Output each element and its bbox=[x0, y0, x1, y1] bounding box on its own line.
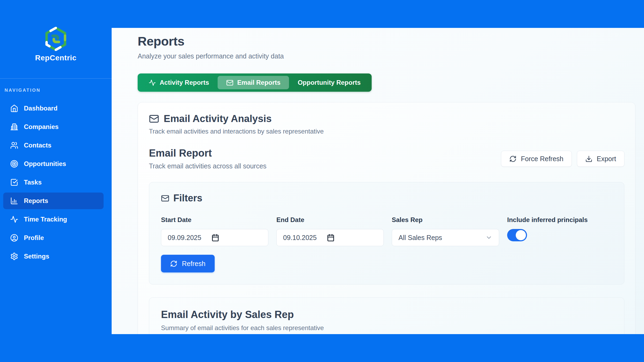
tab-label: Opportunity Reports bbox=[298, 79, 361, 86]
report-actions: Force Refresh Export bbox=[501, 151, 624, 167]
download-icon bbox=[585, 155, 592, 162]
sidebar-item-label: Contacts bbox=[24, 142, 52, 149]
check-square-icon bbox=[10, 178, 18, 186]
filters-title: Filters bbox=[173, 193, 202, 204]
sidebar-item-label: Companies bbox=[24, 123, 58, 131]
sidebar-item-companies[interactable]: Companies bbox=[3, 119, 104, 135]
card-title-row: Email Activity Analysis bbox=[149, 113, 624, 124]
logo-block: RepCentric bbox=[0, 0, 112, 79]
sidebar-item-opportunities[interactable]: Opportunities bbox=[3, 156, 104, 172]
filters-title-row: Filters bbox=[161, 193, 612, 204]
section-subtitle: Summary of email activities for each sal… bbox=[161, 324, 612, 332]
mail-icon bbox=[149, 114, 159, 124]
sidebar-item-label: Profile bbox=[24, 234, 44, 242]
bar-chart-icon bbox=[10, 197, 18, 205]
refresh-label: Refresh bbox=[182, 260, 206, 268]
sidebar-item-label: Time Tracking bbox=[24, 216, 67, 223]
report-heading-block: Email Report Track email activities acro… bbox=[149, 147, 266, 170]
tab-activity-reports[interactable]: Activity Reports bbox=[140, 76, 218, 89]
page-subtitle: Analyze your sales performance and activ… bbox=[138, 52, 635, 60]
end-date-field: End Date 09.10.2025 bbox=[276, 216, 384, 246]
users-icon bbox=[10, 141, 18, 149]
tab-opportunity-reports[interactable]: Opportunity Reports bbox=[289, 76, 369, 89]
sidebar: RepCentric NAVIGATION Dashboard Companie… bbox=[0, 0, 112, 362]
calendar-icon bbox=[211, 234, 219, 242]
main-panel: Reports Analyze your sales performance a… bbox=[112, 28, 644, 334]
brand-name: RepCentric bbox=[35, 54, 76, 62]
target-icon bbox=[10, 160, 18, 168]
sidebar-item-label: Tasks bbox=[24, 179, 42, 186]
refresh-icon bbox=[170, 260, 177, 267]
card-title: Email Activity Analysis bbox=[164, 113, 272, 124]
start-date-input[interactable]: 09.09.2025 bbox=[161, 229, 268, 246]
sidebar-item-profile[interactable]: Profile bbox=[3, 230, 104, 246]
sales-rep-value: All Sales Reps bbox=[398, 234, 442, 242]
end-date-value: 09.10.2025 bbox=[283, 234, 317, 242]
sidebar-item-label: Opportunities bbox=[24, 160, 66, 168]
toggle-knob bbox=[516, 230, 526, 240]
report-header-row: Email Report Track email activities acro… bbox=[149, 147, 624, 170]
email-activity-analysis-card: Email Activity Analysis Track email acti… bbox=[138, 102, 635, 334]
sidebar-item-dashboard[interactable]: Dashboard bbox=[3, 100, 104, 117]
start-date-label: Start Date bbox=[161, 216, 268, 224]
sales-rep-label: Sales Rep bbox=[392, 216, 499, 224]
chevron-down-icon bbox=[485, 234, 492, 241]
tab-label: Email Reports bbox=[237, 79, 280, 86]
page-title: Reports bbox=[138, 34, 635, 49]
report-title: Email Report bbox=[149, 147, 266, 159]
filters-grid: Start Date 09.09.2025 End Date 09.10.202… bbox=[161, 216, 612, 246]
repcentric-logo-icon bbox=[45, 27, 67, 51]
end-date-input[interactable]: 09.10.2025 bbox=[276, 229, 384, 246]
tab-email-reports[interactable]: Email Reports bbox=[218, 76, 289, 89]
tab-label: Activity Reports bbox=[160, 79, 209, 86]
sidebar-item-tasks[interactable]: Tasks bbox=[3, 174, 104, 191]
home-icon bbox=[10, 104, 18, 112]
start-date-value: 09.09.2025 bbox=[168, 234, 201, 242]
app-root: RepCentric NAVIGATION Dashboard Companie… bbox=[0, 0, 644, 362]
user-circle-icon bbox=[10, 234, 18, 242]
sales-rep-select[interactable]: All Sales Reps bbox=[392, 229, 499, 246]
sidebar-item-time-tracking[interactable]: Time Tracking bbox=[3, 211, 104, 228]
nav-list: Dashboard Companies Contacts Opportuniti… bbox=[0, 100, 112, 265]
end-date-label: End Date bbox=[276, 216, 384, 224]
sidebar-item-label: Dashboard bbox=[24, 105, 57, 112]
reports-tab-bar: Activity Reports Email Reports Opportuni… bbox=[138, 73, 372, 92]
mail-icon bbox=[226, 79, 233, 86]
email-activity-by-rep-card: Email Activity by Sales Rep Summary of e… bbox=[149, 297, 624, 334]
nav-section-label: NAVIGATION bbox=[5, 88, 112, 93]
mail-icon bbox=[161, 194, 169, 202]
refresh-icon bbox=[509, 155, 517, 162]
start-date-field: Start Date 09.09.2025 bbox=[161, 216, 268, 246]
refresh-button[interactable]: Refresh bbox=[161, 255, 215, 272]
inferred-principals-label: Include inferred principals bbox=[507, 216, 612, 224]
report-subtitle: Track email activities across all source… bbox=[149, 162, 266, 170]
sales-rep-field: Sales Rep All Sales Reps bbox=[392, 216, 499, 246]
inferred-principals-field: Include inferred principals bbox=[507, 216, 612, 246]
activity-icon bbox=[149, 79, 156, 86]
activity-icon bbox=[10, 215, 18, 223]
export-label: Export bbox=[597, 155, 616, 163]
calendar-icon bbox=[327, 234, 335, 242]
sidebar-item-contacts[interactable]: Contacts bbox=[3, 137, 104, 154]
export-button[interactable]: Export bbox=[577, 151, 624, 167]
sidebar-item-reports[interactable]: Reports bbox=[3, 193, 104, 209]
gear-icon bbox=[10, 252, 18, 260]
include-inferred-principals-toggle[interactable] bbox=[507, 229, 527, 241]
building-icon bbox=[10, 123, 18, 131]
section-title: Email Activity by Sales Rep bbox=[161, 309, 612, 320]
filters-card: Filters Start Date 09.09.2025 End Da bbox=[149, 182, 624, 285]
sidebar-item-settings[interactable]: Settings bbox=[3, 248, 104, 265]
force-refresh-label: Force Refresh bbox=[521, 155, 563, 163]
sidebar-item-label: Settings bbox=[24, 253, 49, 260]
sidebar-item-label: Reports bbox=[24, 197, 48, 205]
force-refresh-button[interactable]: Force Refresh bbox=[501, 151, 572, 167]
card-subtitle: Track email activities and interactions … bbox=[149, 128, 624, 135]
